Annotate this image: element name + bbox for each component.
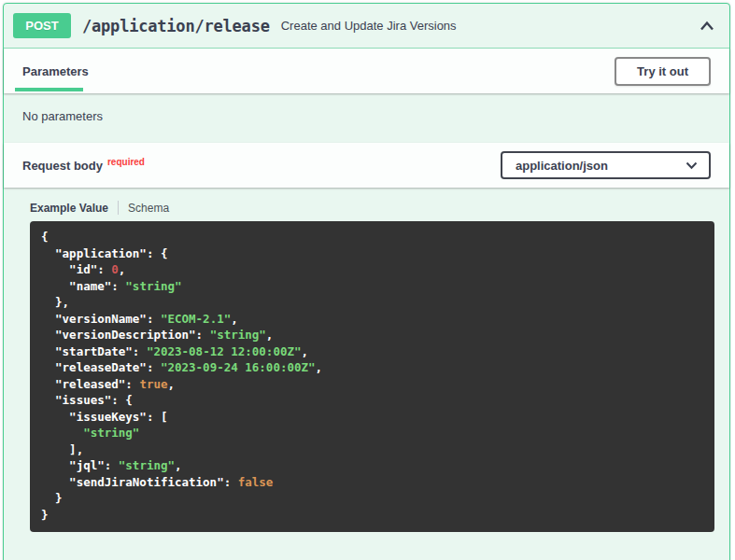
no-parameters-message: No parameters <box>4 93 729 143</box>
tab-example-value[interactable]: Example Value <box>30 202 108 215</box>
request-body-example-section: Example Value Schema { "application": { … <box>4 188 729 532</box>
operation-panel: POST /application/release Create and Upd… <box>3 3 730 560</box>
content-type-select[interactable]: application/json <box>501 151 711 179</box>
parameters-header: Parameters Try it out <box>4 49 729 93</box>
tab-schema[interactable]: Schema <box>128 202 169 215</box>
operation-summary[interactable]: POST /application/release Create and Upd… <box>4 4 729 49</box>
collapse-button[interactable] <box>696 15 718 37</box>
required-label: required <box>107 157 145 167</box>
request-body-title: Request body <box>22 159 103 173</box>
operation-description: Create and Update Jira Versions <box>281 19 696 33</box>
active-tab-underline <box>15 88 83 91</box>
tab-separator <box>118 201 119 215</box>
request-body-title-wrap: Request bodyrequired <box>22 159 145 173</box>
example-code[interactable]: { "application": { "id": 0, "name": "str… <box>30 221 714 532</box>
tab-parameters[interactable]: Parameters <box>22 64 89 78</box>
request-body-header: Request bodyrequired application/json <box>4 143 729 188</box>
chevron-up-icon <box>698 17 716 35</box>
method-badge: POST <box>13 13 71 38</box>
content-type-value: application/json <box>516 159 608 173</box>
try-it-out-button[interactable]: Try it out <box>615 57 711 86</box>
chevron-down-icon <box>686 161 698 170</box>
operation-path: /application/release <box>82 17 270 35</box>
model-tabs: Example Value Schema <box>30 201 713 215</box>
